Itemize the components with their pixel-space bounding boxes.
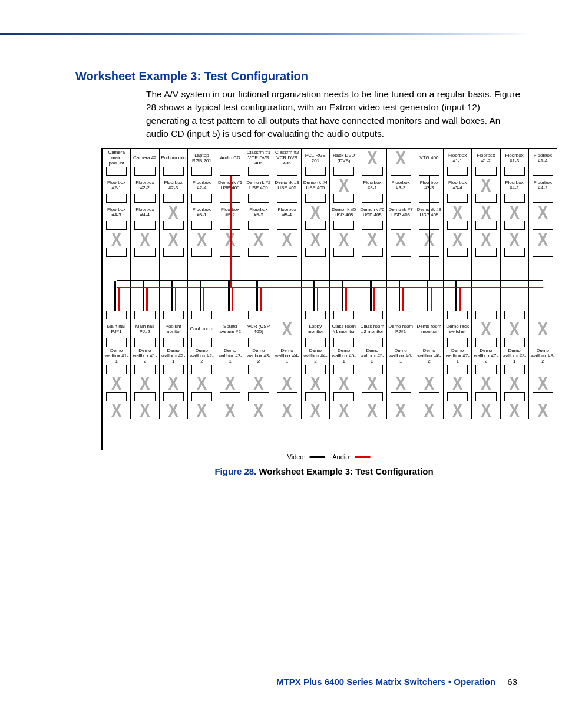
slot-connector <box>529 338 557 347</box>
figure-caption: Figure 28. Worksheet Example 3: Test Con… <box>127 466 521 476</box>
video-wire <box>342 281 343 311</box>
bus-cell <box>387 258 415 311</box>
slot-label-text: Demo wallbox #8-1 <box>501 347 528 365</box>
input-label: X <box>160 203 188 221</box>
input-label: VTG 400 <box>415 149 444 167</box>
slot-label-text: Classrm #1 VCR DVS 406 <box>244 149 272 167</box>
empty-slot-icon: X <box>387 400 415 421</box>
slot-label-text: PC1 RGB 201 <box>302 149 329 167</box>
empty-slot-icon: X <box>216 373 244 394</box>
bus-cell <box>302 258 330 311</box>
output-label: X <box>472 401 500 419</box>
slot-connector <box>501 167 529 176</box>
slot-label-text: Demo wallbox #8-2 <box>529 347 557 365</box>
slot-label-text: Floorbox #3-1 <box>358 176 386 194</box>
input-label: Demo rk #2 USP 405 <box>244 176 273 194</box>
empty-slot-icon: X <box>330 174 358 196</box>
output-label: Demo wallbox #6-2 <box>415 347 444 365</box>
slot-connector <box>188 248 216 258</box>
output-label: Demo wallbox #5-1 <box>330 347 358 365</box>
slot-connector <box>188 167 216 176</box>
slot-label-text: Conf. room <box>188 320 216 338</box>
empty-slot-icon: X <box>131 400 158 421</box>
output-label: X <box>529 401 557 419</box>
video-wire <box>256 281 258 311</box>
bus-cell <box>472 258 500 311</box>
input-label: X <box>302 230 330 248</box>
slot-connector <box>103 311 131 320</box>
input-label: Floorbox #2-1 <box>103 176 131 194</box>
slot-label-text: Demo rk #2 USP 405 <box>244 176 272 194</box>
intro-paragraph: The A/V system in our fictional organiza… <box>146 88 521 141</box>
bus-cell <box>529 258 557 311</box>
empty-slot-icon: X <box>444 400 471 421</box>
empty-slot-icon: X <box>501 400 528 421</box>
slot-label-text: Floorbox #1-3 <box>501 149 528 167</box>
audio-wire <box>118 288 120 311</box>
output-label: Demo rack switcher <box>444 320 472 338</box>
slot-connector <box>103 248 131 258</box>
input-label: X <box>330 230 358 248</box>
slot-connector <box>131 311 159 320</box>
output-label: X <box>358 401 386 419</box>
slot-label-text: Demo rk #3 USP 405 <box>273 176 301 194</box>
output-label: X <box>188 401 216 419</box>
output-label: Demo wallbox #8-2 <box>529 347 557 365</box>
audio-wire <box>175 288 177 311</box>
slot-connector <box>387 311 415 320</box>
audio-wire <box>402 288 404 311</box>
output-label: X <box>529 374 557 392</box>
output-label: Demo wallbox #6-1 <box>387 347 415 365</box>
input-label: Camera #2 <box>131 149 159 167</box>
slot-connector <box>273 167 302 176</box>
legend-video-swatch <box>310 456 325 458</box>
slot-label-text: VCR (USP 405) <box>244 320 272 338</box>
video-wire <box>117 280 543 282</box>
empty-slot-icon: X <box>302 400 329 421</box>
slot-label-text: Lobby monitor <box>302 320 329 338</box>
output-label: Demo wallbox #2-1 <box>160 347 188 365</box>
slot-label-text: Demo wallbox #5-2 <box>358 347 386 365</box>
audio-wire <box>230 176 232 288</box>
bus-cell <box>273 258 302 311</box>
output-label: Demo wallbox #7-1 <box>444 347 472 365</box>
slot-connector <box>103 338 131 347</box>
empty-slot-icon: X <box>188 400 216 421</box>
output-label: X <box>501 374 529 392</box>
video-wire <box>429 176 431 281</box>
output-label: X <box>160 374 188 392</box>
empty-slot-icon: X <box>302 202 329 223</box>
slot-label-text: Demo wallbox #4-1 <box>273 347 301 365</box>
bus-cell <box>330 258 358 311</box>
slot-connector <box>415 167 444 176</box>
slot-label-text: Camera main podium <box>103 149 130 167</box>
input-label: X <box>244 230 273 248</box>
slot-label-text: Floorbox #2-4 <box>188 176 216 194</box>
slot-label-text: Laptop RGB 201 <box>188 149 216 167</box>
slot-label-text: Class room #1 monitor <box>330 320 358 338</box>
slot-connector <box>160 338 188 347</box>
empty-slot-icon: X <box>330 229 358 250</box>
output-label: X <box>188 374 216 392</box>
bus-cell <box>444 258 472 311</box>
slot-label-text: Rack DVD (DVS) <box>330 149 358 167</box>
input-label: X <box>472 176 500 194</box>
slot-connector <box>529 167 557 176</box>
input-label: Floorbox #2-2 <box>131 176 159 194</box>
audio-wire <box>203 288 205 311</box>
slot-connector <box>358 167 386 176</box>
slot-connector <box>302 167 330 176</box>
output-label: X <box>330 401 358 419</box>
output-label: Demo wallbox #1-2 <box>131 347 159 365</box>
empty-slot-icon: X <box>387 229 415 250</box>
input-label: Podium mic <box>160 149 188 167</box>
slot-label-text: Podium monitor <box>160 320 187 338</box>
empty-slot-icon: X <box>216 400 244 421</box>
slot-connector <box>302 248 330 258</box>
input-label: Floorbox #2-3 <box>160 176 188 194</box>
bus-cell <box>501 258 529 311</box>
audio-wire <box>373 288 375 311</box>
input-label: Floorbox #5-3 <box>244 203 273 221</box>
top-gradient-rule <box>0 33 562 35</box>
empty-slot-icon: X <box>444 229 471 250</box>
